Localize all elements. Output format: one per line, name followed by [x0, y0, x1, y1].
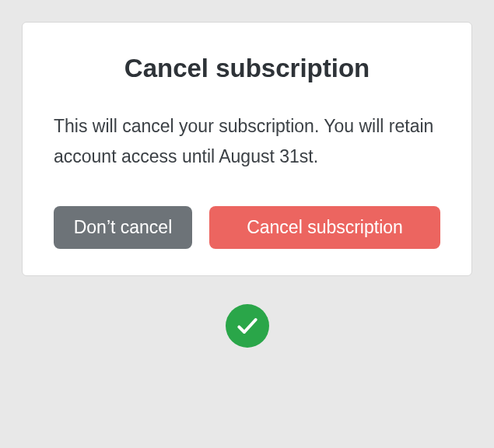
cancel-subscription-modal: Cancel subscription This will cancel you… — [22, 22, 472, 276]
modal-title: Cancel subscription — [54, 54, 440, 83]
status-indicator — [226, 304, 269, 348]
modal-button-row: Don’t cancel Cancel subscription — [54, 206, 440, 249]
checkmark-icon — [226, 304, 269, 348]
modal-body-text: This will cancel your subscription. You … — [54, 111, 440, 172]
dont-cancel-button[interactable]: Don’t cancel — [54, 206, 192, 249]
cancel-subscription-button[interactable]: Cancel subscription — [209, 206, 440, 249]
